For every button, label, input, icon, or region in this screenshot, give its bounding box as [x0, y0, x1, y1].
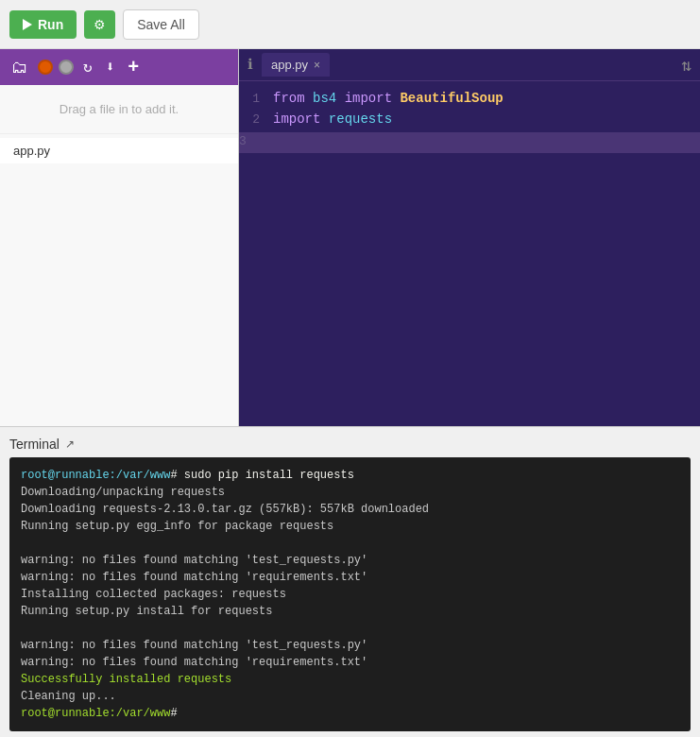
code-line-2: 2 import requests: [239, 111, 700, 132]
terminal-line: root@runnable:/var/www# sudo pip install…: [21, 467, 679, 484]
gear-icon: ⚙: [94, 17, 106, 32]
prompt2-text: root@runnable:/var/www: [21, 707, 170, 720]
terminal-line: warning: no files found matching 'test_r…: [21, 552, 679, 569]
terminal[interactable]: root@runnable:/var/www# sudo pip install…: [9, 457, 691, 731]
terminal-line: Installing collected packages: requests: [21, 586, 679, 603]
terminal-label-bar: Terminal ↗: [9, 437, 691, 452]
add-file-icon[interactable]: +: [124, 55, 143, 80]
drag-hint: Drag a file in to add it.: [0, 85, 238, 134]
file-list: app.py: [0, 134, 238, 167]
line-number: 2: [239, 112, 273, 127]
file-sidebar: 🗂 ↻ ⬇ + Drag a file in to add it. app.py: [0, 49, 239, 426]
line-number: 3: [239, 134, 260, 148]
terminal-line: warning: no files found matching 'requir…: [21, 654, 679, 671]
tab-bar: ℹ app.py × ⇅: [239, 49, 700, 81]
code-area[interactable]: 1 from bs4 import BeautifulSoup 2 import…: [239, 81, 700, 426]
terminal-line: Downloading/unpacking requests: [21, 484, 679, 501]
folder-icon[interactable]: 🗂: [8, 56, 32, 79]
download-icon[interactable]: ⬇: [102, 56, 119, 78]
code-panel: ℹ app.py × ⇅ 1 from bs4 import Beautiful…: [239, 49, 700, 426]
tab-filename: app.py: [271, 58, 308, 72]
terminal-line: Cleaning up...: [21, 688, 679, 705]
refresh-icon[interactable]: ↻: [79, 56, 96, 78]
terminal-line: warning: no files found matching 'requir…: [21, 569, 679, 586]
file-name: app.py: [13, 144, 50, 158]
save-all-label: Save All: [137, 17, 185, 32]
info-button[interactable]: ℹ: [243, 54, 258, 76]
line-content: from bs4 import BeautifulSoup: [273, 91, 504, 106]
terminal-line: [21, 535, 679, 552]
external-link-icon[interactable]: ↗: [65, 437, 75, 451]
terminal-line: Running setup.py egg_info for package re…: [21, 518, 679, 535]
run-button[interactable]: Run: [9, 10, 77, 39]
sidebar-toolbar: 🗂 ↻ ⬇ +: [0, 49, 238, 85]
editor-container: 🗂 ↻ ⬇ + Drag a file in to add it. app.py…: [0, 49, 700, 427]
terminal-line: [21, 620, 679, 637]
settings-button[interactable]: ⚙: [84, 10, 115, 39]
terminal-line: Downloading requests-2.13.0.tar.gz (557k…: [21, 501, 679, 518]
terminal-line: Running setup.py install for requests: [21, 603, 679, 620]
play-icon: [23, 19, 32, 30]
terminal-line: root@runnable:/var/www#: [21, 705, 679, 722]
terminal-label: Terminal: [9, 437, 60, 452]
gray-circle-icon[interactable]: [59, 60, 74, 75]
code-line-3: 3: [239, 132, 700, 153]
file-item[interactable]: app.py: [0, 138, 238, 163]
tab-app-py[interactable]: app.py ×: [262, 53, 330, 77]
success-text: Successfully installed requests: [21, 673, 231, 686]
terminal-section: Terminal ↗ root@runnable:/var/www# sudo …: [0, 427, 700, 731]
cmd-text: # sudo pip install requests: [170, 469, 353, 482]
cmd2-text: #: [170, 707, 177, 720]
terminal-line: Successfully installed requests: [21, 671, 679, 688]
tab-left: ℹ app.py ×: [243, 53, 330, 77]
red-circle-icon[interactable]: [38, 60, 53, 75]
run-label: Run: [38, 17, 63, 32]
toolbar: Run ⚙ Save All: [0, 0, 700, 49]
line-content: import requests: [273, 111, 392, 127]
tab-scroll-icon[interactable]: ⇅: [676, 53, 696, 77]
prompt-text: root@runnable:/var/www: [21, 469, 170, 482]
code-line-1: 1 from bs4 import BeautifulSoup: [239, 91, 700, 111]
line-number: 1: [239, 92, 273, 106]
terminal-line: warning: no files found matching 'test_r…: [21, 637, 679, 654]
tab-close-icon[interactable]: ×: [314, 59, 320, 72]
save-all-button[interactable]: Save All: [123, 9, 199, 40]
